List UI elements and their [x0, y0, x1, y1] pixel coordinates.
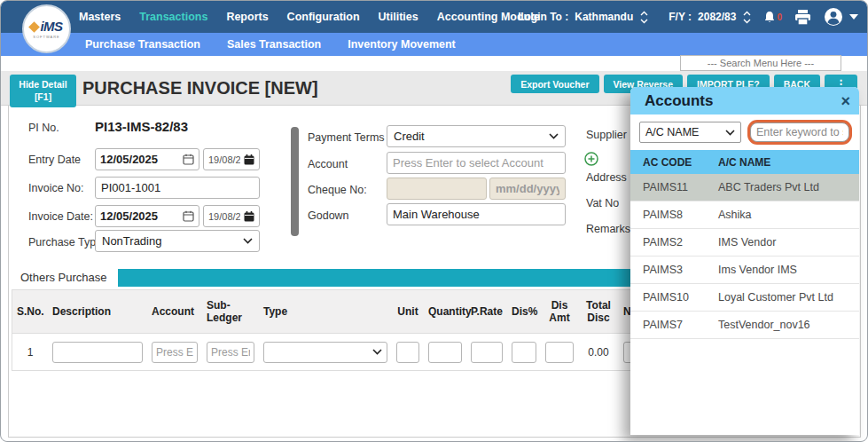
- col-header-type: Type: [259, 305, 392, 318]
- app-window: iMS SOFTWARE Masters Transactions Report…: [0, 0, 868, 442]
- entry-date-label: Entry Date: [28, 154, 81, 166]
- column-divider-bar: [291, 127, 299, 236]
- bell-badge-count: 0: [777, 12, 782, 22]
- purchase-type-label: Purchase Type: [28, 236, 102, 249]
- accounts-col-code: AC CODE: [630, 156, 715, 169]
- entry-date-input[interactable]: 12/05/2025: [95, 148, 199, 170]
- supplier-label: Supplier: [586, 129, 627, 141]
- export-voucher-button[interactable]: Export Voucher: [511, 75, 598, 93]
- chevron-down-icon: [549, 133, 559, 139]
- account-row-paims2[interactable]: PAIMS2IMS Vendor: [630, 229, 859, 257]
- add-supplier-plus-icon[interactable]: [584, 152, 598, 170]
- calendar-dark-icon: [244, 211, 254, 222]
- calendar-dark-icon: [244, 154, 254, 165]
- col-header-subledger: Sub-Ledger: [202, 299, 259, 325]
- col-header-account: Account: [147, 305, 202, 318]
- close-icon[interactable]: ×: [841, 93, 850, 109]
- menu-item-masters[interactable]: Masters: [79, 11, 121, 23]
- accounts-popup-controls: A/C NAME: [630, 114, 859, 150]
- account-row-paims3[interactable]: PAIMS3Ims Vendor IMS: [630, 257, 859, 284]
- menu-item-configuration[interactable]: Configuration: [287, 11, 360, 23]
- pi-no-label: PI No.: [28, 122, 59, 134]
- user-menu-caret-icon[interactable]: [849, 14, 858, 20]
- logo-subtext: SOFTWARE: [33, 35, 60, 39]
- accounts-table-header: AC CODE A/C NAME: [630, 150, 859, 174]
- payment-terms-label: Payment Terms: [308, 131, 385, 144]
- row-unit-input[interactable]: [396, 342, 419, 363]
- notification-bell-icon[interactable]: 0: [763, 11, 782, 24]
- col-header-quantity: Quantity: [424, 305, 466, 318]
- calendar-icon: [183, 210, 194, 222]
- row-type-select[interactable]: [263, 342, 387, 363]
- login-to-label: Login To :: [518, 11, 568, 23]
- menu-item-transactions[interactable]: Transactions: [139, 11, 207, 23]
- invoice-date-input[interactable]: 12/05/2025: [95, 205, 199, 227]
- entry-date-nepali-input[interactable]: 19/08/208: [203, 148, 260, 170]
- submenu-item-inventory-movement[interactable]: Inventory Movement: [348, 38, 456, 51]
- accounts-filter-select[interactable]: A/C NAME: [639, 122, 741, 143]
- row-prate-input[interactable]: [471, 342, 503, 363]
- menu-item-reports[interactable]: Reports: [226, 11, 268, 23]
- menu-item-utilities[interactable]: Utilities: [379, 11, 418, 23]
- invoice-date-label: Invoice Date:: [28, 210, 93, 223]
- topnav-right-cluster: Login To : Kathmandu F/Y : 2082/83 0: [518, 1, 858, 33]
- row-dis-amt-input[interactable]: [545, 342, 574, 363]
- cheque-no-input[interactable]: [387, 178, 487, 200]
- account-input[interactable]: [387, 152, 566, 174]
- search-menu-input[interactable]: [680, 55, 841, 71]
- cheque-no-label: Cheque No:: [308, 184, 367, 196]
- col-header-description: Description: [48, 305, 147, 318]
- chevron-down-icon: [725, 130, 735, 136]
- calendar-icon: [183, 154, 194, 165]
- col-header-dis-amt: Dis Amt: [541, 299, 578, 325]
- page-title: PURCHASE INVOICE [NEW]: [82, 78, 318, 99]
- col-header-unit: Unit: [392, 305, 424, 318]
- accounts-col-name: A/C NAME: [715, 156, 859, 169]
- account-row-paims11[interactable]: PAIMS11ABC Traders Pvt Ltd: [630, 174, 859, 201]
- logo-text: iMS: [40, 19, 62, 34]
- main-menu: Masters Transactions Reports Configurati…: [79, 11, 540, 23]
- login-to-value[interactable]: Kathmandu: [575, 11, 633, 23]
- invoice-date-nepali-input[interactable]: 19/08/208: [203, 205, 260, 227]
- vat-no-label: Vat No: [586, 197, 619, 209]
- godown-label: Godown: [308, 209, 349, 222]
- payment-terms-select[interactable]: Credit: [387, 125, 566, 147]
- transactions-submenu: Purchase Transaction Sales Transaction I…: [1, 33, 867, 56]
- col-header-sno: S.No.: [12, 305, 48, 318]
- others-purchase-tab[interactable]: Others Purchase: [12, 267, 118, 287]
- accounts-search-input[interactable]: [750, 122, 849, 142]
- login-branch-selector-icon[interactable]: [639, 11, 649, 24]
- address-label: Address: [586, 171, 627, 184]
- row-subledger-input[interactable]: [207, 342, 254, 363]
- submenu-item-sales-transaction[interactable]: Sales Transaction: [227, 38, 321, 51]
- fiscal-year-value[interactable]: 2082/83: [698, 11, 736, 23]
- row-description-input[interactable]: [52, 342, 143, 363]
- fiscal-year-label: F/Y :: [669, 11, 692, 23]
- account-row-paims10[interactable]: PAIMS10Loyal Customer Pvt Ltd: [630, 284, 859, 312]
- row-account-input[interactable]: [152, 342, 198, 363]
- purchase-type-select[interactable]: NonTrading: [95, 230, 260, 252]
- account-row-paims8[interactable]: PAIMS8Ashika: [630, 201, 859, 229]
- chevron-down-icon: [243, 238, 253, 244]
- top-navbar: iMS SOFTWARE Masters Transactions Report…: [1, 1, 867, 33]
- account-row-paims7[interactable]: PAIMS7TestVendor_nov16: [630, 312, 859, 339]
- pi-no-value: PI13-IMS-82/83: [95, 119, 188, 134]
- logo-diamond-icon: [29, 21, 41, 33]
- col-header-dis-pct: Dis%: [507, 305, 541, 318]
- chevron-down-icon: [372, 349, 382, 355]
- hide-detail-button[interactable]: Hide Detail[F1]: [10, 75, 76, 107]
- user-account-icon[interactable]: [824, 7, 843, 27]
- row-quantity-input[interactable]: [428, 342, 462, 363]
- print-icon[interactable]: [794, 9, 812, 26]
- row-sno: 1: [27, 346, 34, 359]
- godown-input[interactable]: [387, 203, 566, 225]
- cheque-date-input[interactable]: [489, 178, 566, 200]
- invoice-no-label: Invoice No:: [28, 182, 84, 194]
- fiscal-year-selector-icon[interactable]: [742, 11, 752, 24]
- accounts-popup: Accounts × A/C NAME AC CODE A/C NAME PAI…: [630, 87, 859, 435]
- invoice-no-input[interactable]: [95, 177, 260, 199]
- col-header-total-disc: Total Disc: [578, 299, 619, 325]
- row-dis-pct-input[interactable]: [512, 342, 536, 363]
- submenu-item-purchase-transaction[interactable]: Purchase Transaction: [85, 38, 200, 51]
- accounts-popup-title: Accounts: [645, 92, 713, 110]
